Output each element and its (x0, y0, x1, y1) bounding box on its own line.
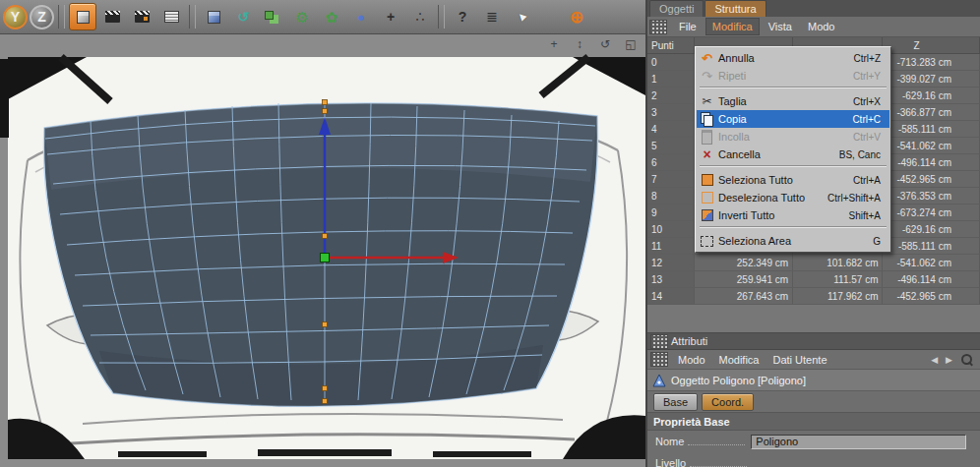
tab-struttura[interactable]: Struttura (704, 0, 766, 17)
delete-icon (699, 147, 715, 161)
layout-button[interactable]: ≣ (478, 3, 506, 30)
object-header[interactable]: Oggetto Poligono [Poligono] (647, 370, 980, 391)
invert-icon (699, 208, 715, 222)
paste-icon (699, 130, 715, 144)
select-all-icon (699, 173, 715, 187)
render-view-button[interactable] (98, 3, 126, 30)
name-field-row: Nome (647, 431, 980, 452)
menu-modo[interactable]: Modo (801, 18, 842, 35)
rotate-view-icon[interactable]: ↺ (596, 36, 614, 52)
add-particles-button[interactable]: ∴ (406, 3, 434, 30)
menu-item[interactable]: Copia Ctrl+C (697, 110, 889, 128)
help-button[interactable]: ? (449, 3, 476, 30)
menu-vista[interactable]: Vista (762, 18, 799, 35)
section-proprieta-base: Proprietà Base (647, 412, 980, 431)
history-forward-icon[interactable]: ▶ (942, 353, 956, 367)
viewport-canvas[interactable] (0, 34, 645, 467)
menu-item[interactable]: Seleziona Tutto Ctrl+A (697, 171, 889, 189)
add-spline-button[interactable]: ↺ (229, 3, 257, 30)
manager-tab-bar: Oggetti Struttura (647, 0, 980, 17)
menu-item[interactable]: Deseleziona Tutto Ctrl+Shift+A (697, 189, 889, 206)
undo-icon (699, 51, 715, 65)
menu-modifica[interactable]: Modifica (712, 351, 766, 369)
dotted-leader (690, 466, 747, 467)
network-globe-button[interactable]: ⊕ (563, 3, 590, 30)
add-modifier-button[interactable]: ⚙ (288, 3, 316, 30)
z-axis-button[interactable]: Z (30, 5, 54, 29)
panel-grip-icon[interactable] (650, 352, 668, 367)
add-metaball-button[interactable]: ● (347, 3, 375, 30)
add-primitive-button[interactable] (200, 3, 227, 30)
panel-grip-icon[interactable] (650, 334, 668, 349)
redo-icon (699, 69, 715, 83)
add-deformer-button[interactable]: + (377, 3, 404, 30)
structure-menubar: File Modifica Vista Modo (647, 17, 980, 37)
toolbar-separator (58, 5, 65, 29)
search-icon[interactable] (960, 353, 973, 366)
menu-item[interactable]: Seleziona Area G (697, 232, 889, 250)
tab-oggetti[interactable]: Oggetti (649, 0, 704, 17)
name-label: Nome (655, 436, 684, 447)
selection-tool-button[interactable]: ► (508, 3, 535, 30)
cut-icon (699, 94, 715, 108)
menu-file[interactable]: File (672, 18, 704, 35)
menu-item[interactable]: Annulla Ctrl+Z (697, 49, 889, 67)
menu-item[interactable]: Taglia Ctrl+X (697, 92, 889, 110)
attributes-titlebar: Attributi (647, 333, 980, 350)
pan-view-icon[interactable]: + (545, 36, 563, 52)
attribute-tabs: Base Coord. (647, 391, 980, 412)
render-to-picture-button[interactable] (128, 3, 155, 30)
render-settings-button[interactable] (157, 3, 185, 30)
menu-item[interactable]: Inverti Tutto Shift+A (697, 206, 889, 224)
copy-icon (699, 112, 715, 126)
toolbar-separator (438, 5, 445, 29)
toolbar-separator (189, 5, 196, 29)
viewport-controls: + ↕ ↺ ◱ (545, 36, 640, 52)
menu-modo[interactable]: Modo (671, 351, 712, 369)
table-row[interactable]: 14 267.643 cm 117.962 cm -452.965 cm (647, 288, 980, 305)
panel-grip-icon[interactable] (649, 20, 667, 34)
menu-item[interactable]: Cancella BS, Canc (697, 146, 889, 163)
hood-mesh (44, 100, 598, 407)
add-array-button[interactable] (259, 3, 286, 30)
y-axis-button[interactable]: Y (3, 5, 28, 29)
history-back-icon[interactable]: ◀ (927, 353, 942, 367)
zoom-view-icon[interactable]: ↕ (571, 36, 588, 52)
livello-field-row: Livello (647, 452, 980, 467)
add-mograph-button[interactable]: ✿ (318, 3, 345, 30)
attributes-menubar: Modo Modifica Dati Utente ◀ ▶ (647, 350, 980, 370)
select-area-icon (699, 234, 715, 248)
table-row[interactable]: 12 252.349 cm 101.682 cm -541.062 cm (647, 255, 980, 271)
deselect-all-icon (699, 191, 715, 204)
menu-dati-utente[interactable]: Dati Utente (766, 351, 834, 369)
object-label: Oggetto Poligono [Poligono] (671, 375, 806, 386)
attributes-panel: Attributi Modo Modifica Dati Utente ◀ ▶ … (647, 332, 980, 467)
header-z[interactable]: Z (883, 37, 980, 53)
viewport-panel[interactable]: + ↕ ↺ ◱ (0, 34, 645, 467)
tab-base[interactable]: Base (653, 393, 698, 411)
polygon-object-icon (652, 374, 666, 387)
modifica-dropdown-menu: Annulla Ctrl+Z Ripeti Ctrl+Y Taglia Ctrl… (695, 46, 891, 253)
menu-modifica[interactable]: Modifica (705, 18, 760, 35)
name-input[interactable] (751, 435, 966, 449)
attributes-title: Attributi (671, 335, 707, 347)
menu-item[interactable]: Ripeti Ctrl+Y (697, 67, 889, 85)
toggle-view-icon[interactable]: ◱ (622, 36, 640, 52)
main-toolbar: Y Z ↺ ⚙ ✿ ● + ∴ ? ≣ ► ⊕ (0, 0, 645, 34)
table-row[interactable]: 13 259.941 cm 111.57 cm -496.114 cm (647, 271, 980, 288)
tab-coord[interactable]: Coord. (702, 393, 754, 411)
make-editable-button[interactable] (69, 3, 96, 30)
header-punti[interactable]: Punti (647, 37, 695, 53)
livello-label: Livello (655, 457, 686, 467)
dotted-leader (688, 444, 745, 445)
menu-item[interactable]: Incolla Ctrl+V (697, 128, 889, 146)
